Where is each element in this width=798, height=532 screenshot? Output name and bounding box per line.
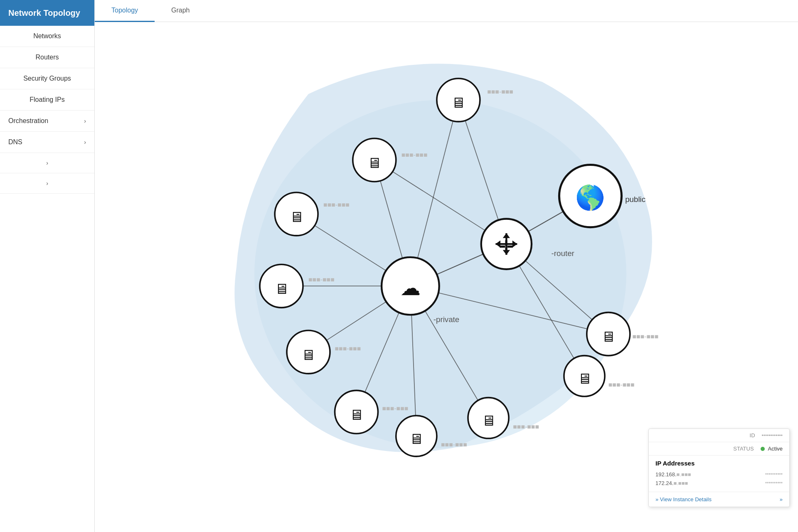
sidebar-item-floating-ips[interactable]: Floating IPs [0,89,94,111]
view-instance-details-link[interactable]: » View Instance Details » [649,492,789,507]
dns-label: DNS [8,138,22,146]
svg-text:■■■-■■■: ■■■-■■■ [608,381,635,388]
sidebar-item-networks[interactable]: Networks [0,26,94,47]
svg-text:🖥: 🖥 [289,209,304,225]
svg-text:■■■-■■■: ■■■-■■■ [308,276,335,283]
svg-text:🖥: 🖥 [367,155,382,171]
sidebar-item-expand2[interactable]: › [0,173,94,194]
svg-text:■■■-■■■: ■■■-■■■ [323,201,350,208]
svg-text:public: public [625,195,645,204]
svg-text:🖥: 🖥 [274,281,289,297]
view-details-arrow: » [780,496,783,502]
sidebar-item-orchestration[interactable]: Orchestration › [0,111,94,132]
svg-text:-private: -private [433,315,460,324]
svg-text:-router: -router [552,249,574,258]
svg-text:🖥: 🖥 [601,329,616,345]
svg-text:🖥: 🖥 [349,407,364,423]
dns-chevron-icon: › [84,139,86,145]
svg-text:☁: ☁ [400,277,421,299]
status-row: STATUS Active [649,442,789,456]
id-label: ID [750,432,755,438]
svg-text:🖥: 🖥 [301,347,315,363]
info-panel: ID •••••••••••• STATUS Active IP Address… [648,429,790,507]
tabs-bar: Topology Graph [95,0,798,22]
svg-text:🖥: 🖥 [409,431,424,447]
sidebar-item-expand1[interactable]: › [0,153,94,173]
sidebar-item-security-groups[interactable]: Security Groups [0,68,94,89]
tab-graph[interactable]: Graph [155,0,206,22]
svg-text:■■■-■■■: ■■■-■■■ [382,405,409,412]
orchestration-label: Orchestration [8,117,48,125]
svg-text:■■■-■■■: ■■■-■■■ [335,345,361,352]
ip-address-1: 192.168.■.■■■ [655,471,691,478]
expand1-chevron-icon: › [46,160,48,166]
svg-text:■■■-■■■: ■■■-■■■ [441,441,467,448]
svg-text:🖥: 🖥 [577,371,592,387]
status-dot-icon [761,447,765,451]
tab-topology[interactable]: Topology [95,0,155,22]
ip-addresses-section: IP Addresses 192.168.■.■■■ •••••••••• 17… [649,456,789,492]
sidebar-header[interactable]: Network Topology [0,0,94,26]
status-label: STATUS [733,446,754,452]
id-value: •••••••••••• [762,433,783,438]
sidebar-item-routers[interactable]: Routers [0,47,94,68]
svg-text:🖥: 🖥 [451,95,466,111]
sidebar: Network Topology Networks Routers Securi… [0,0,95,532]
orchestration-chevron-icon: › [84,118,86,124]
ip-row-2: 172.24.■.■■■ •••••••••• [655,479,783,488]
ip-address-2: 172.24.■.■■■ [655,480,688,486]
view-details-label: » View Instance Details [655,496,712,502]
ip-extra-1: •••••••••• [765,471,783,478]
ip-row-1: 192.168.■.■■■ •••••••••• [655,470,783,479]
sidebar-item-dns[interactable]: DNS › [0,132,94,153]
topology-area[interactable]: ☁ ✛ 🌎 🖥 🖥 [95,22,798,532]
svg-text:■■■-■■■: ■■■-■■■ [513,423,539,430]
svg-text:■■■-■■■: ■■■-■■■ [632,333,658,340]
svg-text:🖥: 🖥 [481,413,496,429]
expand2-chevron-icon: › [46,180,48,187]
svg-text:🌎: 🌎 [575,183,606,212]
svg-text:■■■-■■■: ■■■-■■■ [487,88,513,95]
status-value: Active [768,446,783,452]
id-row: ID •••••••••••• [649,429,789,442]
ip-addresses-title: IP Addresses [655,460,783,467]
svg-text:■■■-■■■: ■■■-■■■ [401,151,428,158]
ip-extra-2: •••••••••• [765,480,783,486]
main-content: Topology Graph [95,0,798,532]
